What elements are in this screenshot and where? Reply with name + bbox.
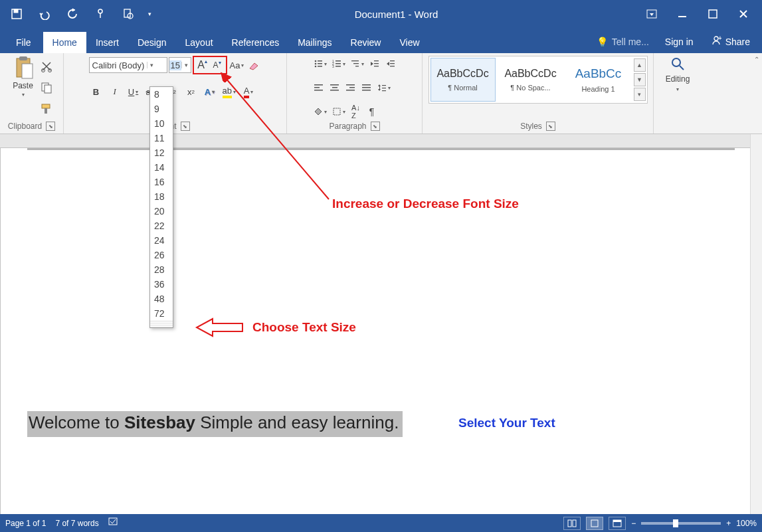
size-option[interactable]: 11 bbox=[150, 131, 173, 145]
size-option[interactable]: 20 bbox=[150, 204, 173, 219]
size-option[interactable]: 24 bbox=[150, 233, 173, 248]
annotation-arrows bbox=[0, 0, 762, 532]
size-option[interactable]: 48 bbox=[150, 292, 173, 306]
size-option[interactable]: 14 bbox=[150, 160, 173, 175]
size-option[interactable]: 22 bbox=[150, 219, 173, 233]
size-option[interactable]: 12 bbox=[150, 145, 173, 160]
svg-line-58 bbox=[226, 78, 329, 199]
size-option[interactable]: 18 bbox=[150, 189, 173, 204]
size-option[interactable]: 26 bbox=[150, 248, 173, 262]
font-size-dropdown[interactable]: 8 9 10 11 12 14 16 18 20 22 24 26 28 36 … bbox=[149, 86, 173, 328]
size-option[interactable]: 36 bbox=[150, 277, 173, 292]
size-option[interactable]: 10 bbox=[150, 116, 173, 131]
size-option[interactable]: 28 bbox=[150, 262, 173, 277]
size-option[interactable]: 8 bbox=[150, 87, 173, 102]
size-option[interactable]: 9 bbox=[150, 102, 173, 116]
size-option[interactable]: 72 bbox=[150, 306, 173, 321]
dropdown-resize-grip[interactable] bbox=[150, 321, 173, 327]
size-option[interactable]: 16 bbox=[150, 175, 173, 189]
